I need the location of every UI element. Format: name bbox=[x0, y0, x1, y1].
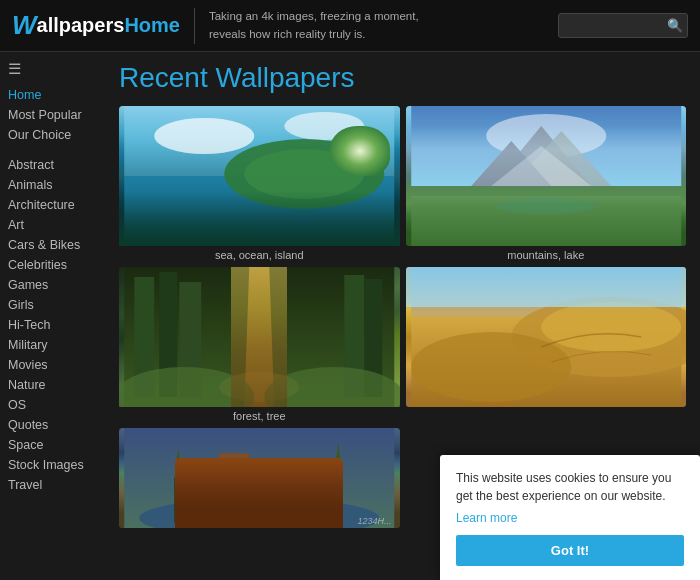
wallpaper-item-castle[interactable]: 1234H... bbox=[119, 428, 400, 531]
wallpaper-item-desert[interactable] bbox=[406, 267, 687, 422]
svg-marker-10 bbox=[471, 141, 551, 186]
sidebar-item-architecture[interactable]: Architecture bbox=[8, 196, 105, 214]
sidebar-item-space[interactable]: Space bbox=[8, 436, 105, 454]
svg-rect-12 bbox=[411, 196, 681, 246]
wallpaper-label-mountains: mountains, lake bbox=[406, 249, 687, 261]
page-title: Recent Wallpapers bbox=[119, 62, 686, 94]
svg-marker-9 bbox=[511, 131, 611, 186]
svg-point-7 bbox=[486, 114, 606, 158]
sidebar-item-home[interactable]: Home bbox=[8, 86, 105, 104]
sidebar-item-os[interactable]: OS bbox=[8, 396, 105, 414]
sidebar-item-hi-tech[interactable]: Hi-Tech bbox=[8, 316, 105, 334]
watermark: 1234H... bbox=[357, 516, 391, 526]
sidebar-item-celebrities[interactable]: Celebrities bbox=[8, 256, 105, 274]
wallpaper-item-mountains[interactable]: mountains, lake bbox=[406, 106, 687, 261]
header: WallpapersHome Taking an 4k images, free… bbox=[0, 0, 700, 52]
header-divider bbox=[194, 8, 195, 44]
sidebar: ☰ Home Most Popular Our Choice Abstract … bbox=[0, 52, 105, 580]
svg-point-5 bbox=[244, 149, 364, 199]
wallpaper-thumb-mountains bbox=[406, 106, 687, 246]
wallpaper-thumb-desert bbox=[406, 267, 687, 407]
sidebar-item-movies[interactable]: Movies bbox=[8, 356, 105, 374]
svg-rect-37 bbox=[334, 473, 342, 523]
sidebar-item-our-choice[interactable]: Our Choice bbox=[8, 126, 105, 144]
sidebar-item-nature[interactable]: Nature bbox=[8, 376, 105, 394]
wallpaper-item-sea[interactable]: sea, ocean, island bbox=[119, 106, 400, 261]
header-tagline: Taking an 4k images, freezing a moment, … bbox=[209, 8, 558, 43]
svg-point-21 bbox=[219, 372, 299, 402]
wallpaper-thumb-sea bbox=[119, 106, 400, 246]
svg-point-28 bbox=[541, 302, 681, 352]
svg-rect-31 bbox=[204, 468, 314, 523]
sidebar-item-most-popular[interactable]: Most Popular bbox=[8, 106, 105, 124]
wallpaper-thumb-forest bbox=[119, 267, 400, 407]
search-input[interactable] bbox=[567, 19, 667, 33]
cookie-text: This website uses cookies to ensure you … bbox=[456, 469, 684, 505]
svg-rect-32 bbox=[219, 453, 249, 483]
svg-marker-11 bbox=[491, 146, 591, 186]
wallpaper-label-forest: forest, tree bbox=[119, 410, 400, 422]
svg-point-1 bbox=[154, 118, 254, 154]
sidebar-item-animals[interactable]: Animals bbox=[8, 176, 105, 194]
logo: WallpapersHome bbox=[12, 10, 180, 41]
wallpaper-thumb-castle bbox=[119, 428, 400, 528]
cookie-banner: This website uses cookies to ensure you … bbox=[440, 455, 700, 580]
cookie-learn-more-link[interactable]: Learn more bbox=[456, 511, 684, 525]
search-icon[interactable]: 🔍 bbox=[667, 18, 683, 33]
menu-icon[interactable]: ☰ bbox=[8, 60, 105, 78]
svg-rect-35 bbox=[174, 478, 182, 523]
svg-point-2 bbox=[284, 112, 364, 140]
sidebar-item-quotes[interactable]: Quotes bbox=[8, 416, 105, 434]
logo-wallpapers: allpapers bbox=[37, 14, 125, 37]
sidebar-item-cars-bikes[interactable]: Cars & Bikes bbox=[8, 236, 105, 254]
sidebar-item-art[interactable]: Art bbox=[8, 216, 105, 234]
logo-w: W bbox=[12, 10, 37, 41]
wallpaper-item-forest[interactable]: forest, tree bbox=[119, 267, 400, 422]
sidebar-item-military[interactable]: Military bbox=[8, 336, 105, 354]
sidebar-item-stock-images[interactable]: Stock Images bbox=[8, 456, 105, 474]
sidebar-item-games[interactable]: Games bbox=[8, 276, 105, 294]
svg-marker-8 bbox=[491, 126, 591, 186]
logo-home: Home bbox=[124, 14, 180, 37]
wallpaper-label-sea: sea, ocean, island bbox=[119, 249, 400, 261]
svg-marker-20 bbox=[244, 267, 274, 407]
svg-point-13 bbox=[496, 198, 596, 214]
main-content: Recent Wallpapers bbox=[105, 52, 700, 580]
svg-rect-39 bbox=[234, 483, 246, 493]
svg-rect-40 bbox=[274, 483, 286, 493]
sidebar-item-travel[interactable]: Travel bbox=[8, 476, 105, 494]
cookie-got-it-button[interactable]: Got It! bbox=[456, 535, 684, 566]
svg-rect-33 bbox=[269, 458, 294, 483]
search-box[interactable]: 🔍 bbox=[558, 13, 688, 38]
svg-rect-34 bbox=[204, 468, 214, 523]
sidebar-item-girls[interactable]: Girls bbox=[8, 296, 105, 314]
layout: ☰ Home Most Popular Our Choice Abstract … bbox=[0, 52, 700, 580]
sidebar-item-abstract[interactable]: Abstract bbox=[8, 156, 105, 174]
svg-point-27 bbox=[411, 332, 571, 402]
